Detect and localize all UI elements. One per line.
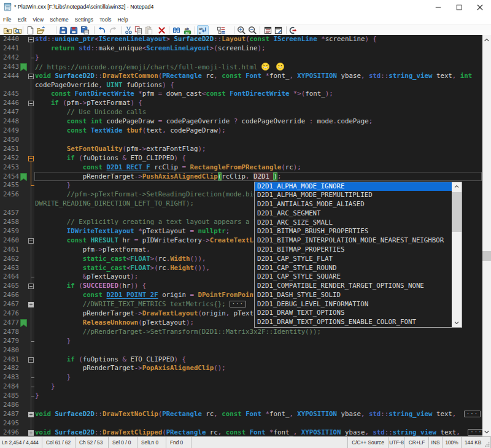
paste-button[interactable] [144,26,153,35]
token-id: pTextLayout [142,319,186,326]
browse-files-button[interactable] [13,26,22,35]
token-op: :: [95,410,102,418]
autocomplete-item[interactable]: D2D1_DRAW_TEXT_OPTIONS [255,309,452,318]
minimize-button[interactable] [428,0,449,15]
editor-scroll-thumb[interactable] [482,251,491,261]
autocomplete-item[interactable]: D2D1_ANTIALIAS_MODE_ALIASED [255,200,452,209]
token-id: origin [202,309,226,317]
status-document-scheme[interactable]: C/C++ Source [348,437,389,448]
fold-collapse-icon[interactable] [28,74,34,79]
menu-scheme[interactable]: Scheme [47,15,72,24]
line-number: 2467 [0,300,19,309]
title-bar[interactable]: * PlatWin.cxx [F:\Libs\notepad4\scintill… [0,0,491,15]
autocomplete-item[interactable]: D2D1_ARC_SEGMENT [255,209,452,218]
find-button[interactable] [172,26,181,35]
menu-settings[interactable]: Settings [72,15,96,24]
autocomplete-item[interactable]: D2D1_BITMAP_BRUSH_PROPERTIES [255,227,452,236]
autocomplete-item[interactable]: D2D1_DASH_STYLE_SOLID [255,291,452,300]
editor-scrollbar[interactable] [482,35,491,436]
scroll-up-icon[interactable] [452,182,462,191]
undo-button[interactable] [97,26,106,35]
autocomplete-item[interactable]: D2D1_ALPHA_MODE_PREMULTIPLIED [255,191,452,200]
maximize-button[interactable] [449,0,470,15]
exit-button[interactable] [288,26,297,35]
fold-ellipsis-box[interactable]: ··· [464,411,481,417]
menu-file[interactable]: File [0,15,15,24]
cut-button[interactable] [124,26,133,35]
fold-collapse-icon[interactable] [28,284,34,289]
zoom-in-button[interactable] [237,26,246,35]
copy-button[interactable] [134,26,143,35]
delete-button[interactable] [157,26,166,35]
status-zoom-level[interactable]: 100% [443,437,462,448]
token-id: rc [206,428,217,436]
open-file-button[interactable] [36,26,45,35]
scroll-up-icon[interactable] [482,35,491,44]
fold-expand-icon[interactable] [28,430,34,436]
close-icon [477,5,483,10]
zoom-out-button[interactable] [248,26,257,35]
autocomplete-item[interactable]: D2D1_CAP_STYLE_FLAT [255,255,452,264]
token-op: () [194,264,202,272]
edit-mode-button[interactable] [274,26,283,35]
bookmark-icon[interactable] [20,63,27,71]
favorites-button[interactable] [3,26,12,35]
fold-collapse-icon[interactable] [28,238,34,244]
fold-ellipsis-box[interactable]: ··· [230,301,246,307]
autocomplete-item[interactable]: D2D1_BITMAP_PROPERTIES [255,245,452,255]
line-number: 2457 [0,209,19,218]
new-file-button[interactable] [26,26,35,35]
token-id: text [436,428,456,436]
fold-collapse-icon[interactable] [28,37,34,42]
editor-pane[interactable]: 2440std::unique_ptr<IScreenLineLayout> S… [0,35,491,436]
status-encoding[interactable]: UTF-8 [389,437,405,448]
redo-button[interactable] [109,26,118,35]
code-line-text: } [35,337,71,346]
scroll-down-icon[interactable] [482,427,491,436]
select-scheme-button[interactable] [217,26,226,35]
menu-edit[interactable]: Edit [15,15,29,24]
close-button[interactable] [470,0,490,15]
fold-collapse-icon[interactable] [28,101,34,106]
autocomplete-item[interactable]: D2D1_COMPATIBLE_RENDER_TARGET_OPTIONS_NO… [255,282,452,291]
bookmark-icon[interactable] [20,173,27,181]
fold-end-tick [31,377,34,378]
autocomplete-item[interactable]: D2D1_CAP_STYLE_SQUARE [255,272,452,282]
code-row-2451: 2451 SetFontQuality(pfm->extraFontFlag); [0,145,482,154]
autocomplete-item[interactable]: D2D1_DEBUG_LEVEL_INFORMATION [255,300,452,309]
scroll-down-icon[interactable] [452,318,462,327]
toggle-view-button[interactable] [263,26,273,35]
fold-collapse-icon[interactable] [28,156,34,161]
save-as-button[interactable] [69,26,79,35]
token-id [35,117,67,125]
autocomplete-item[interactable]: D2D1_ARC_SIZE_SMALL [255,218,452,228]
fold-end-tick [31,341,34,342]
word-wrap-button[interactable]: abc [197,25,209,36]
autocomplete-item[interactable]: D2D1_BITMAP_INTERPOLATION_MODE_NEAREST_N… [255,236,452,245]
fold-expand-icon[interactable] [28,412,34,417]
autocomplete-item[interactable]: D2D1_CAP_STYLE_ROUND [255,264,452,273]
fold-expand-icon[interactable] [28,302,34,307]
code-line-text: // https://unicode.org/emoji/charts/full… [35,63,287,72]
status-line-ending[interactable]: CR+LF [405,437,429,448]
line-number: 2451 [0,145,19,154]
autocomplete-item-selected[interactable]: D2D1_ALPHA_MODE_IGNORE [255,182,452,191]
autocomplete-item[interactable]: D2D1_DRAW_TEXT_OPTIONS_ENABLE_COLOR_FONT [255,318,452,327]
autocomplete-scrollbar[interactable] [452,182,462,328]
token-id: font_ [269,72,289,80]
status-overtype-mode[interactable]: INS [429,437,443,448]
menu-view[interactable]: View [29,15,47,24]
token-op: :: [47,35,55,43]
resize-grip-icon[interactable] [485,442,490,447]
token-op: :: [214,35,222,43]
save-copy-button[interactable] [80,26,90,35]
save-button[interactable] [59,26,68,35]
bookmark-icon[interactable] [20,319,27,327]
autocomplete-scroll-thumb[interactable] [452,192,462,232]
replace-button[interactable]: abac [183,26,192,35]
fold-collapse-icon[interactable] [28,357,34,363]
token-id [35,291,83,299]
menu-tools[interactable]: Tools [96,15,115,24]
menu-help[interactable]: Help [114,15,131,24]
autocomplete-popup[interactable]: D2D1_ALPHA_MODE_IGNORED2D1_ALPHA_MODE_PR… [254,182,462,328]
